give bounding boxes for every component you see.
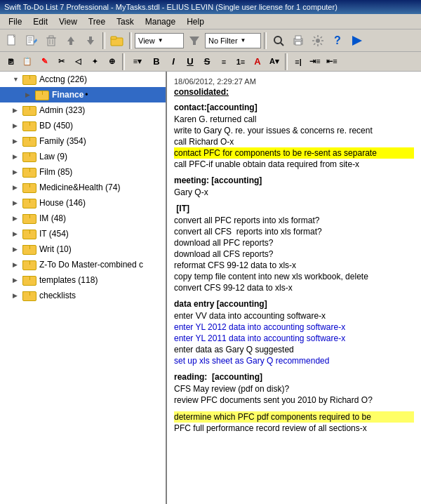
line-contact-1: Karen G. returned call <box>174 114 414 125</box>
sidebar-item-family[interactable]: ▶ Family (354) <box>0 133 166 149</box>
section-meeting-header: meeting: [accounting] <box>174 175 414 185</box>
line-de-3: enter YL 2011 data into accounting softw… <box>174 333 414 344</box>
format-btn4[interactable]: ✂ <box>53 54 69 69</box>
sidebar-item-medicine[interactable]: ▶ Medicine&Health (74) <box>0 180 166 195</box>
font-color-button[interactable]: A▾ <box>267 54 282 69</box>
edit-button[interactable] <box>22 32 41 50</box>
sidebar-item-bd[interactable]: ▶ BD (450) <box>0 118 166 133</box>
sidebar-item-law[interactable]: ▶ Law (9) <box>0 149 166 164</box>
content-timestamp: 18/06/2012, 2:29:27 AM <box>174 77 414 86</box>
format-btn5[interactable]: ◁ <box>70 54 86 69</box>
sidebar-item-finance[interactable]: ▶ Finance • <box>0 87 166 102</box>
align-button[interactable]: ≡| <box>290 54 306 69</box>
format-btn6[interactable]: ✦ <box>87 54 102 69</box>
sep2 <box>129 32 132 49</box>
section-meeting: meeting: [accounting] Gary Q-x <box>174 175 414 198</box>
sidebar-item-admin[interactable]: ▶ Admin (323) <box>0 102 166 118</box>
line-it-7: convert CFS 99-12 data to xls-x <box>174 282 414 293</box>
sidebar-item-film[interactable]: ▶ Film (85) <box>0 164 166 180</box>
sidebar-item-acctng[interactable]: ▼ Acctng (226) <box>0 72 166 87</box>
settings-button[interactable] <box>309 32 327 50</box>
law-label: Law (9) <box>39 152 67 161</box>
bold-button[interactable]: B <box>149 54 164 69</box>
section-contact-header: contact:[accounting] <box>174 102 414 112</box>
sidebar-item-it[interactable]: ▶ IT (454) <box>0 226 166 241</box>
italic-button[interactable]: I <box>166 54 181 69</box>
bullet-list-button[interactable]: ≡ <box>216 54 232 69</box>
svg-rect-24 <box>295 36 301 39</box>
bd-label: BD (450) <box>39 121 73 131</box>
format-btn3[interactable]: ✎ <box>36 54 52 69</box>
filter-dropdown-arrow: ▼ <box>241 37 246 44</box>
menu-manage[interactable]: Manage <box>140 15 181 28</box>
view-dropdown-arrow: ▼ <box>158 37 163 44</box>
sidebar-item-checklists[interactable]: ▶ checklists <box>0 288 166 303</box>
medicine-label: Medicine&Health (74) <box>39 183 120 192</box>
expand-arrow-it: ▶ <box>13 230 22 237</box>
format-btn2[interactable]: 📋 <box>20 54 35 69</box>
sidebar-item-house[interactable]: ▶ House (146) <box>0 195 166 211</box>
im-label: IM (48) <box>39 213 66 223</box>
outdent-button[interactable]: ⇤≡ <box>324 54 340 69</box>
underline-button[interactable]: U <box>182 54 198 69</box>
folder-icon-bd <box>22 120 36 131</box>
folder-icon-law <box>22 151 36 162</box>
folder-button[interactable] <box>108 32 126 50</box>
num-list-button[interactable]: 1≡ <box>233 54 248 69</box>
sidebar-item-im[interactable]: ▶ IM (48) <box>0 211 166 226</box>
sidebar-item-ztodo[interactable]: ▶ Z-To Do Master-combined c <box>0 257 166 272</box>
line-meeting-1: Gary Q-x <box>174 187 414 198</box>
line-de-5: set up xls sheet as Gary Q recommended <box>174 355 414 366</box>
folder-icon-film <box>22 166 36 178</box>
menu-bar: File Edit View Tree Task Manage Help <box>0 14 421 29</box>
format-dropdown-btn[interactable]: ≡▾ <box>128 54 147 69</box>
content-main-title: consolidated: <box>174 87 414 97</box>
new-button[interactable] <box>3 32 21 50</box>
search-button[interactable] <box>269 32 288 50</box>
strikethrough-button[interactable]: S <box>199 54 215 69</box>
svg-marker-20 <box>189 37 199 45</box>
line-bot-1-highlight: determine which PFC pdf components requi… <box>174 411 414 423</box>
svg-rect-17 <box>89 37 92 40</box>
help-button[interactable]: ? <box>328 32 347 50</box>
line-contact-5: call PFC-if unable obtain data required … <box>174 159 414 170</box>
format-btn1[interactable]: 🖹 <box>3 54 18 69</box>
folder-icon-it <box>22 228 36 239</box>
fmt-sep2 <box>285 53 288 70</box>
folder-icon-admin <box>22 105 36 116</box>
move-down-button[interactable] <box>81 32 100 50</box>
main-area: ▼ Acctng (226) ▶ Finance • ▶ Admin (323)… <box>0 72 421 504</box>
expand-arrow-bd: ▶ <box>13 122 22 129</box>
svg-marker-8 <box>34 39 37 44</box>
line-de-2: enter YL 2012 data into accounting softw… <box>174 321 414 333</box>
line-de-1: enter VV data into accounting software-x <box>174 310 414 321</box>
font-size-button[interactable]: A <box>250 54 265 69</box>
delete-button[interactable] <box>42 32 60 50</box>
svg-rect-25 <box>295 41 301 45</box>
sidebar-item-writ[interactable]: ▶ Writ (10) <box>0 241 166 257</box>
line-read-2: review PFC documents sent you 2010 by Ri… <box>174 394 414 406</box>
filter-icon[interactable] <box>185 32 203 50</box>
menu-help[interactable]: Help <box>181 15 210 28</box>
house-label: House (146) <box>39 198 86 208</box>
ztodo-label: Z-To Do Master-combined c <box>39 260 143 270</box>
indent-button[interactable]: ⇥≡ <box>307 54 323 69</box>
menu-task[interactable]: Task <box>111 15 140 28</box>
filter-dropdown[interactable]: No Filter ▼ <box>205 33 261 48</box>
folder-icon-acctng <box>22 74 36 85</box>
print-button[interactable] <box>289 32 307 50</box>
menu-edit[interactable]: Edit <box>27 15 53 28</box>
view-dropdown[interactable]: View ▼ <box>135 33 184 48</box>
menu-view[interactable]: View <box>53 15 83 28</box>
extra-button[interactable] <box>348 32 366 50</box>
menu-file[interactable]: File <box>3 15 27 28</box>
expand-arrow-acctng: ▼ <box>13 76 22 83</box>
section-dataentry: data entry [accounting] enter VV data in… <box>174 299 414 366</box>
folder-icon-medicine <box>22 182 36 193</box>
title-bar: Swift To-Do List 7 Professional - MyTask… <box>0 0 421 14</box>
expand-arrow-ztodo: ▶ <box>13 261 22 268</box>
format-btn7[interactable]: ⊕ <box>104 54 119 69</box>
move-up-button[interactable] <box>62 32 80 50</box>
menu-tree[interactable]: Tree <box>83 15 111 28</box>
sidebar-item-templates[interactable]: ▶ templates (118) <box>0 272 166 288</box>
